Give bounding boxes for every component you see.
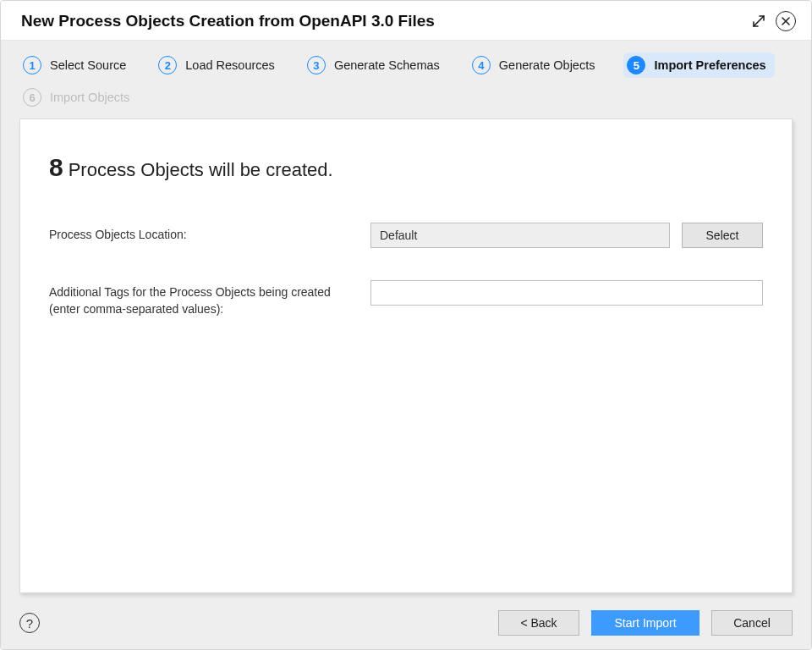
dialog-title: New Process Objects Creation from OpenAP…: [21, 12, 435, 30]
step-number: 3: [307, 56, 326, 74]
close-button[interactable]: [776, 11, 796, 31]
summary-count: 8: [49, 153, 63, 182]
step-label: Load Resources: [185, 58, 275, 72]
step-load-resources[interactable]: 2 Load Resources: [155, 52, 283, 78]
tags-input[interactable]: [370, 280, 763, 306]
select-location-button[interactable]: Select: [682, 223, 763, 248]
step-import-preferences[interactable]: 5 Import Preferences: [623, 52, 774, 78]
dialog-header: New Process Objects Creation from OpenAP…: [1, 1, 811, 41]
summary-line: 8 Process Objects will be created.: [49, 153, 763, 182]
wizard-steps: 1 Select Source 2 Load Resources 3 Gener…: [1, 41, 811, 118]
location-label: Process Objects Location:: [49, 223, 354, 243]
step-generate-schemas[interactable]: 3 Generate Schemas: [304, 52, 448, 78]
tags-label: Additional Tags for the Process Objects …: [49, 280, 354, 318]
dialog-footer: ? < Back Start Import Cancel: [1, 600, 811, 649]
step-number: 4: [472, 56, 491, 74]
cancel-button-label: Cancel: [733, 616, 771, 630]
expand-icon: [751, 14, 766, 29]
row-tags: Additional Tags for the Process Objects …: [49, 280, 763, 318]
step-number: 1: [23, 56, 41, 74]
step-label: Generate Objects: [499, 58, 595, 72]
step-number: 2: [158, 56, 177, 74]
step-import-objects: 6 Import Objects: [19, 85, 138, 110]
location-controls: Select: [370, 223, 763, 248]
maximize-button[interactable]: [749, 11, 769, 31]
tags-controls: [370, 280, 763, 306]
help-icon: ?: [26, 616, 33, 631]
cancel-button[interactable]: Cancel: [711, 610, 793, 636]
row-location: Process Objects Location: Select: [49, 223, 763, 248]
step-label: Import Preferences: [654, 58, 765, 72]
step-select-source[interactable]: 1 Select Source: [19, 52, 134, 78]
step-label: Import Objects: [50, 91, 129, 104]
step-label: Generate Schemas: [334, 58, 440, 72]
back-button[interactable]: < Back: [498, 610, 579, 636]
back-button-label: < Back: [520, 616, 557, 630]
header-controls: [749, 11, 796, 31]
content-panel: 8 Process Objects will be created. Proce…: [19, 118, 793, 593]
start-import-label: Start Import: [614, 616, 676, 630]
help-button[interactable]: ?: [19, 613, 40, 633]
step-generate-objects[interactable]: 4 Generate Objects: [469, 52, 604, 78]
step-number: 6: [23, 88, 41, 107]
step-label: Select Source: [50, 58, 126, 72]
footer-buttons: < Back Start Import Cancel: [498, 610, 793, 636]
close-icon: [781, 16, 791, 26]
start-import-button[interactable]: Start Import: [591, 610, 700, 636]
step-number: 5: [627, 56, 645, 74]
summary-text: Process Objects will be created.: [69, 159, 333, 181]
location-input[interactable]: [370, 223, 670, 248]
dialog-window: New Process Objects Creation from OpenAP…: [0, 0, 812, 650]
select-button-label: Select: [706, 229, 739, 242]
panel-wrapper: 8 Process Objects will be created. Proce…: [1, 118, 811, 600]
